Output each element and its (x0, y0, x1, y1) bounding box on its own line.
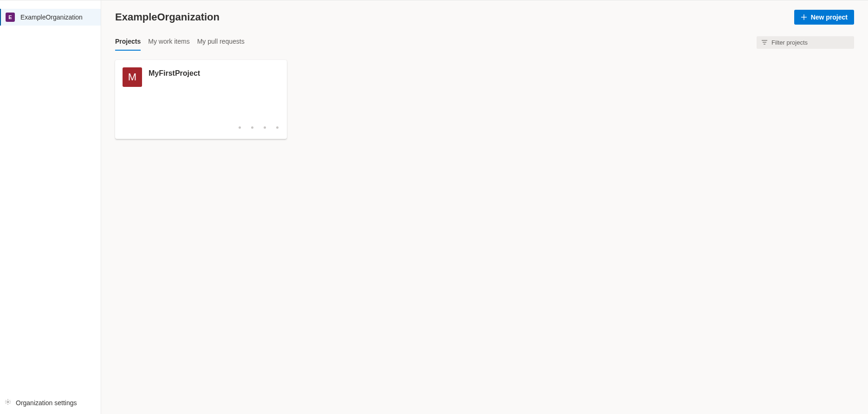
tab-my-pull-requests[interactable]: My pull requests (197, 34, 245, 51)
project-card[interactable]: M MyFirstProject (115, 60, 287, 139)
project-icon: M (123, 67, 142, 87)
organization-settings-label: Organization settings (16, 399, 77, 407)
projects-grid: M MyFirstProject (115, 60, 854, 139)
sidebar-bottom: Organization settings (0, 391, 101, 414)
project-card-top: M MyFirstProject (123, 67, 279, 87)
page-title: ExampleOrganization (115, 11, 220, 23)
main-header: ExampleOrganization New project (115, 10, 854, 25)
filter-projects-box[interactable] (757, 36, 854, 49)
org-icon: E (6, 13, 15, 22)
tab-row: Projects My work items My pull requests (115, 34, 854, 51)
sidebar: E ExampleOrganization Organization setti… (0, 0, 101, 414)
sidebar-item-organization[interactable]: E ExampleOrganization (0, 9, 101, 26)
filter-projects-input[interactable] (771, 39, 849, 46)
tab-my-work-items[interactable]: My work items (148, 34, 189, 51)
tabs: Projects My work items My pull requests (115, 34, 245, 51)
status-dot (264, 126, 266, 129)
project-name: MyFirstProject (149, 67, 200, 87)
sidebar-item-label: ExampleOrganization (20, 13, 83, 21)
new-project-label: New project (811, 13, 848, 21)
plus-icon (801, 14, 807, 20)
filter-icon (761, 39, 768, 46)
app-body: E ExampleOrganization Organization setti… (0, 0, 868, 414)
status-dot (239, 126, 241, 129)
organization-settings-button[interactable]: Organization settings (0, 395, 101, 410)
new-project-button[interactable]: New project (794, 10, 854, 25)
status-dot (251, 126, 253, 129)
tab-projects[interactable]: Projects (115, 34, 141, 51)
status-dot (276, 126, 279, 129)
main-content: ExampleOrganization New project Projects… (101, 0, 868, 414)
sidebar-top: E ExampleOrganization (0, 0, 101, 391)
project-status-dots (239, 126, 279, 129)
gear-icon (5, 399, 11, 407)
svg-point-0 (7, 401, 9, 403)
